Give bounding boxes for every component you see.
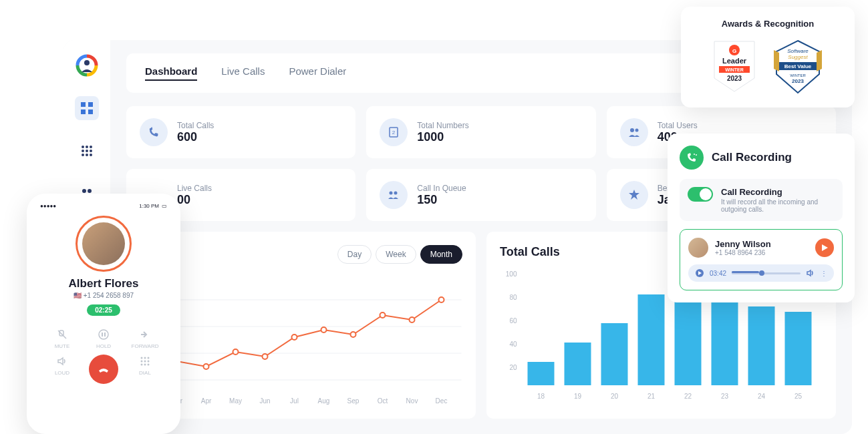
svg-rect-71 <box>104 333 106 337</box>
svg-point-35 <box>410 317 415 322</box>
svg-text:Dec: Dec <box>436 397 448 405</box>
sidebar-item-dashboard[interactable] <box>75 96 99 120</box>
period-month[interactable]: Month <box>420 245 462 264</box>
stat-label: Total Calls <box>177 121 214 130</box>
tab-live-calls[interactable]: Live Calls <box>221 65 265 81</box>
dial-button[interactable]: DIAL <box>124 355 166 384</box>
svg-point-13 <box>90 154 92 156</box>
audio-player[interactable]: 03:42 ⋮ <box>688 264 834 282</box>
chart-title: Total Calls <box>500 245 560 259</box>
player-progress[interactable] <box>732 272 801 274</box>
svg-text:25: 25 <box>794 393 803 400</box>
speaker-icon <box>55 355 69 368</box>
svg-point-31 <box>292 335 297 340</box>
svg-rect-3 <box>81 110 86 114</box>
svg-rect-58 <box>712 300 738 385</box>
mute-button[interactable]: MUTE <box>41 328 83 349</box>
svg-point-32 <box>321 327 327 333</box>
tab-dashboard[interactable]: Dashboard <box>145 65 197 81</box>
svg-text:18: 18 <box>537 393 545 400</box>
recording-toggle[interactable] <box>688 187 713 202</box>
period-week[interactable]: Week <box>376 245 416 264</box>
hold-button[interactable]: HOLD <box>83 328 124 349</box>
svg-text:20: 20 <box>611 393 619 400</box>
star-icon <box>620 181 648 209</box>
play-icon <box>821 244 829 252</box>
contact-phone: +1 548 8964 236 <box>715 249 771 256</box>
svg-point-36 <box>439 297 444 302</box>
svg-rect-1 <box>81 102 86 107</box>
svg-text:Software: Software <box>787 48 809 54</box>
stat-label: Total Users <box>658 121 698 130</box>
svg-point-80 <box>148 364 150 366</box>
svg-point-78 <box>141 364 143 366</box>
phone-status-bar: ●●●●● 1:30 PM▭ <box>31 198 176 212</box>
more-icon[interactable]: ⋮ <box>821 270 827 277</box>
svg-text:May: May <box>229 397 242 405</box>
badge-software-suggest: Software Suggest Best Value WINTER 2023 <box>771 38 825 95</box>
svg-point-73 <box>144 357 146 359</box>
svg-point-0 <box>84 60 90 65</box>
svg-point-93 <box>694 154 695 155</box>
recording-title: Call Recording <box>712 151 792 164</box>
svg-rect-60 <box>785 312 812 385</box>
player-play-icon <box>695 268 704 278</box>
svg-text:G: G <box>732 48 736 54</box>
awards-card: Awards & Recognition G Leader WINTER 202… <box>681 7 855 107</box>
svg-point-34 <box>380 312 386 318</box>
svg-rect-2 <box>88 102 93 107</box>
play-button[interactable] <box>815 238 834 257</box>
svg-point-72 <box>141 357 143 359</box>
stat-call-queue: Call In Queue150 <box>366 169 595 221</box>
stat-value: 1000 <box>417 130 468 144</box>
svg-text:Best Value: Best Value <box>784 63 812 69</box>
grid-icon <box>81 102 93 114</box>
svg-point-12 <box>86 154 88 156</box>
svg-text:Aug: Aug <box>318 397 330 405</box>
stat-total-numbers: 2 Total Numbers1000 <box>366 106 595 158</box>
svg-text:Apr: Apr <box>201 397 212 405</box>
svg-text:22: 22 <box>684 393 692 400</box>
contact-name: Jenny Wilson <box>715 239 771 249</box>
stat-value: 600 <box>177 130 214 144</box>
mute-icon <box>55 328 69 341</box>
avatar <box>82 222 125 265</box>
svg-text:100: 100 <box>506 270 517 278</box>
svg-rect-56 <box>638 294 665 385</box>
svg-text:19: 19 <box>574 393 582 400</box>
phone-controls: MUTE HOLD FORWARD LOUD DIAL <box>31 321 176 391</box>
loud-button[interactable]: LOUD <box>41 355 83 384</box>
forward-icon <box>138 328 152 341</box>
period-day[interactable]: Day <box>337 245 372 264</box>
hold-icon <box>97 328 110 341</box>
svg-point-18 <box>630 128 634 132</box>
document-icon: 2 <box>380 118 408 146</box>
svg-point-10 <box>90 150 92 152</box>
svg-rect-59 <box>748 306 775 385</box>
call-duration: 02:25 <box>87 304 120 316</box>
period-toggle: Day Week Month <box>337 245 462 264</box>
svg-point-7 <box>90 146 92 148</box>
svg-text:Sep: Sep <box>347 397 359 405</box>
svg-point-79 <box>144 364 146 366</box>
svg-point-5 <box>82 146 84 148</box>
caller-name: Albert Flores <box>31 277 176 290</box>
svg-text:Suggest: Suggest <box>788 54 808 60</box>
svg-rect-53 <box>528 362 555 385</box>
forward-button[interactable]: FORWARD <box>124 328 166 349</box>
app-logo <box>75 53 99 77</box>
svg-text:Oct: Oct <box>378 397 388 405</box>
stat-label: Total Numbers <box>417 121 468 130</box>
recording-icon <box>680 146 704 170</box>
keypad-icon <box>138 355 152 368</box>
signal-icon: ●●●●● <box>40 203 56 209</box>
svg-point-77 <box>148 361 150 363</box>
svg-point-30 <box>263 354 268 359</box>
svg-text:Jul: Jul <box>290 397 299 405</box>
svg-point-14 <box>82 189 86 193</box>
sidebar-item-dialpad[interactable] <box>75 139 99 163</box>
tab-power-dialer[interactable]: Power Dialer <box>289 65 346 81</box>
svg-text:WINTER: WINTER <box>725 67 744 72</box>
hangup-button[interactable] <box>83 355 124 384</box>
svg-rect-70 <box>102 333 103 337</box>
